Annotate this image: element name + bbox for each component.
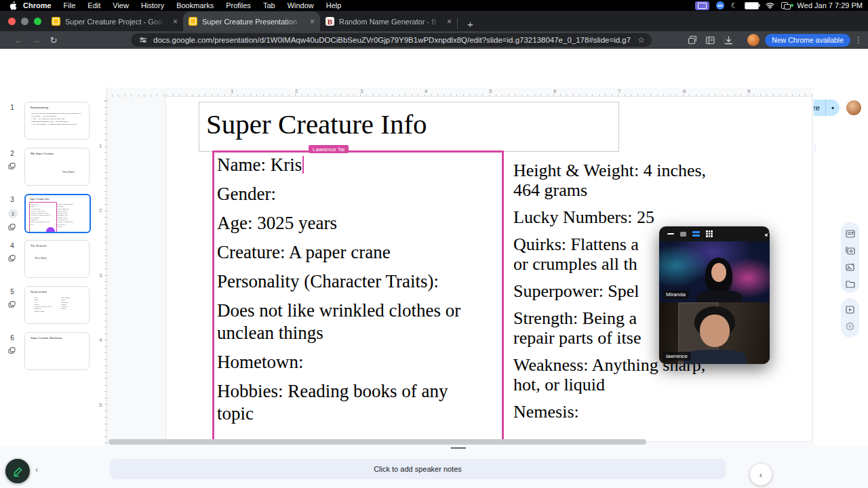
account-avatar[interactable] (846, 100, 861, 115)
slide-title-box[interactable]: Super Creature Info (199, 102, 619, 152)
comment-indicator-icon[interactable] (8, 301, 17, 310)
menubar-history[interactable]: History (135, 1, 170, 9)
gallery-view-icon[interactable] (692, 231, 700, 237)
video-tile-miranda[interactable]: Miranda (659, 241, 770, 302)
horizontal-scrollbar[interactable] (108, 439, 646, 445)
annotation-pencil-button[interactable] (5, 459, 30, 483)
slide-text-line: Personality (Character Traits): (217, 270, 500, 293)
v-ruler-number: 1 (99, 143, 102, 149)
thumb-left-col: Name:Gender:Age:Creature:Personality (Ch… (34, 297, 60, 312)
comment-indicator-icon[interactable] (8, 224, 17, 232)
menubar-tab[interactable]: Tab (257, 1, 281, 9)
text-box-resize-handle[interactable] (451, 447, 466, 449)
wifi-icon[interactable] (766, 2, 774, 9)
thumb-slide-title: Super Creature Info (30, 198, 50, 201)
panel-folder-icon[interactable] (841, 276, 859, 293)
collapse-panel-button[interactable]: ‹ (750, 464, 772, 485)
h-ruler-number: 9 (747, 88, 750, 94)
slide-text-line: Lucky Numbers: 25 (513, 207, 812, 227)
back-button[interactable]: ← (9, 35, 27, 45)
slide-text-line: Hobbies: Reading books of any (217, 380, 500, 403)
window-minimize-button[interactable] (21, 18, 28, 25)
site-settings-icon[interactable] (139, 36, 147, 44)
menubar-profiles[interactable]: Profiles (220, 1, 257, 9)
slide-thumbnail-2[interactable]: My Super CreatureThis is [Name] (24, 148, 90, 186)
window-close-button[interactable] (8, 18, 16, 25)
annotation-collapse-icon[interactable]: ‹ (35, 464, 38, 474)
panel-gallery-icon[interactable] (841, 242, 859, 259)
speaker-view-icon[interactable] (680, 232, 686, 237)
chrome-update-button[interactable]: New Chrome available (765, 34, 850, 47)
menubar-help[interactable]: Help (320, 1, 348, 9)
thumb-text-line: This is [Name]. (35, 257, 47, 260)
macos-menu-bar: Chrome File Edit View History Bookmarks … (0, 0, 868, 11)
video-call-window[interactable]: Miranda lawrence (659, 226, 770, 364)
tab-close-icon[interactable]: × (447, 17, 452, 26)
slide-thumbnail-6[interactable]: Super Creature Backstory (24, 332, 90, 370)
screen-share-status-icon[interactable] (695, 1, 709, 10)
menubar-bookmarks[interactable]: Bookmarks (170, 1, 220, 9)
thumb-slide-title: The Nemesis (31, 244, 47, 247)
menubar-file[interactable]: File (58, 1, 82, 9)
address-bar[interactable]: docs.google.com/presentation/d/1W0IMAqw4… (131, 33, 652, 47)
collaborator-text-caret (302, 156, 304, 174)
video-tile-lawrence[interactable]: lawrence (659, 302, 770, 364)
menubar-view[interactable]: View (106, 1, 135, 9)
zoom-app-icon[interactable]: zm (716, 1, 724, 9)
site-favicon: B (326, 17, 334, 26)
slide-thumbnail-1[interactable]: BrainstormingPeople ideas for pairs of p… (24, 102, 90, 140)
slide-thumbnail-4[interactable]: The NemesisThis is [Name]. (24, 240, 90, 278)
reading-list-icon[interactable] (706, 36, 724, 45)
do-not-disturb-icon[interactable]: ☾ (731, 2, 738, 9)
browser-tab-2[interactable]: Super Creature Presentation× (183, 12, 320, 31)
menubar-app-chrome[interactable]: Chrome (17, 1, 58, 9)
left-text-column[interactable]: Name: KrisGender:Age: 3025 yearsCreature… (217, 154, 500, 432)
slide-number: 3 (7, 196, 18, 203)
slides-favicon (189, 17, 197, 26)
slide-paragraph: Lucky Numbers: 25 (513, 207, 812, 227)
stage-manager-icon[interactable] (781, 2, 791, 9)
panel-image-upload-icon[interactable] (841, 259, 859, 276)
tab-close-icon[interactable]: × (173, 17, 178, 26)
comment-indicator-icon[interactable] (8, 347, 17, 356)
comment-indicator-icon[interactable] (8, 163, 17, 171)
panel-record-icon[interactable] (841, 318, 859, 335)
new-tab-button[interactable]: + (467, 18, 473, 30)
slides-favicon (52, 17, 60, 26)
downloads-icon[interactable] (724, 36, 742, 45)
video-minimize-icon[interactable] (667, 233, 674, 235)
panel-video-icon[interactable] (841, 301, 859, 318)
comment-indicator-icon[interactable] (8, 255, 17, 264)
speaker-notes-input[interactable]: Click to add speaker notes (110, 459, 726, 479)
share-dropdown-icon[interactable]: ▾ (825, 100, 840, 116)
apple-logo-icon[interactable] (9, 1, 17, 10)
thumb-slide-title: Super Creature Backstory (31, 336, 62, 340)
browser-tab-3[interactable]: BRandom Name Generator - B× (320, 12, 457, 31)
slide-text-line: 464 grams (513, 180, 812, 200)
slide-text-line: Hometown: (217, 351, 500, 373)
v-ruler-number: 3 (99, 272, 102, 279)
chrome-menu-icon[interactable]: ⋮ (854, 35, 863, 45)
tab-close-icon[interactable]: × (310, 17, 315, 26)
browser-tab-1[interactable]: Super Creature Project - Goo× (46, 12, 183, 31)
menubar-window[interactable]: Window (281, 1, 320, 9)
window-fullscreen-button[interactable] (34, 18, 41, 25)
slide-thumbnail-5[interactable]: Nemesis InfoName:Gender:Age:Creature:Per… (24, 286, 90, 324)
slides-header: Super Creature Presentation ☆ FileEditVi… (0, 49, 868, 70)
participant-name-badge: Miranda (663, 290, 689, 299)
tab-group-icon[interactable] (688, 36, 705, 45)
reload-button[interactable]: ↻ (45, 35, 62, 45)
menubar-edit[interactable]: Edit (81, 1, 106, 9)
expand-window-icon[interactable] (765, 230, 770, 237)
bookmark-star-icon[interactable]: ☆ (637, 35, 645, 45)
chrome-tab-strip: Super Creature Project - Goo×Super Creat… (0, 11, 868, 31)
grid-view-icon[interactable] (706, 230, 713, 237)
panel-notes-card-icon[interactable] (841, 225, 859, 242)
forward-button[interactable]: → (27, 35, 45, 45)
h-ruler-number: 7 (618, 88, 620, 94)
viewer-count-badge: 1 (8, 209, 18, 218)
browser-profile-avatar[interactable] (747, 34, 760, 46)
slide-paragraph: Creature: A paper crane (217, 241, 500, 264)
slide-thumbnail-3[interactable]: Super Creature InfoName: KrisGender:Age:… (24, 194, 91, 233)
slide-text-line: Nemesis: (513, 402, 812, 422)
